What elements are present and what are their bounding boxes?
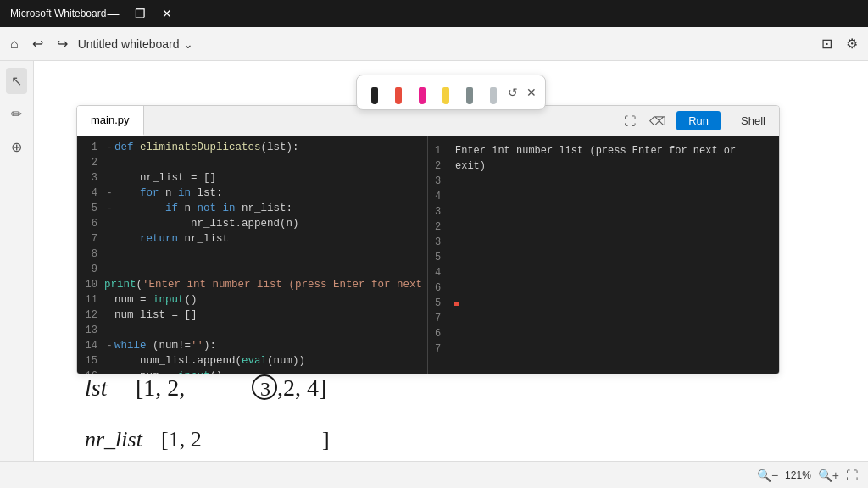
bottom-bar: 🔍− 121% 🔍+ ⛶: [0, 461, 868, 488]
toolbar-right: ⊡ ⚙: [818, 32, 861, 55]
shell-line-numbers: 1 2 3 4 3 2 3 5 4 6 5 7 6 7: [435, 140, 452, 370]
code-body: 1 - def eliminateDuplicates(lst): 2 3 nr…: [77, 136, 779, 374]
zoom-in-button[interactable]: 🔍+: [818, 469, 839, 482]
left-sidebar: ↖ ✏ ⊕: [0, 61, 34, 488]
pen-lightgray[interactable]: [484, 80, 503, 104]
fit-to-screen-button[interactable]: ⛶: [846, 469, 858, 482]
expand-button[interactable]: ⛶: [620, 113, 639, 130]
pen-red[interactable]: [389, 80, 408, 104]
shape-tool-button[interactable]: ⊕: [6, 134, 27, 160]
titlebar-title: Microsoft Whiteboard: [10, 8, 106, 19]
code-line-9: 9: [77, 262, 427, 277]
whiteboard-title-text: Untitled whiteboard: [78, 37, 180, 51]
code-line-11: 11 num = input(): [77, 292, 427, 308]
tab-shell-label: Shell: [741, 114, 765, 127]
titlebar-controls: — ❐ ✕: [106, 7, 174, 20]
shell-num-10: 6: [435, 280, 452, 296]
undo-button[interactable]: ↩: [29, 32, 47, 55]
shell-header-text: Enter int number list (press Enter for n…: [455, 143, 769, 174]
shell-num-2: 2: [435, 158, 452, 174]
code-widget: main.py ⛶ ⌫ Run Shell 1 - def eliminateD…: [76, 105, 780, 374]
tab-shell[interactable]: Shell: [727, 106, 779, 136]
shell-num-8: 5: [435, 250, 452, 265]
shell-num-9: 4: [435, 265, 452, 280]
shell-num-12: 7: [435, 311, 452, 326]
code-line-8: 8: [77, 247, 427, 262]
code-line-5: 5 - if n not in nr_list:: [77, 201, 427, 216]
select-tool-button[interactable]: ↖: [6, 68, 27, 94]
close-button[interactable]: ✕: [160, 7, 174, 20]
code-line-12: 12 num_list = []: [77, 308, 427, 323]
home-button[interactable]: ⌂: [7, 33, 22, 55]
svg-point-2: [253, 375, 276, 399]
shell-num-6: 2: [435, 219, 452, 235]
code-editor[interactable]: 1 - def eliminateDuplicates(lst): 2 3 nr…: [77, 136, 428, 374]
pen-tool-button[interactable]: ✏: [6, 101, 27, 127]
share-button[interactable]: ⊡: [818, 32, 836, 55]
shell-num-5: 3: [435, 204, 452, 219]
chevron-down-icon: ⌄: [183, 37, 193, 51]
svg-text:3: 3: [260, 378, 270, 400]
shell-num-14: 7: [435, 341, 452, 357]
code-line-16: 16 num = input(): [77, 369, 427, 374]
svg-text:lst: lst: [85, 374, 108, 401]
shell-dot: [454, 302, 459, 306]
pen-yellow[interactable]: [437, 80, 455, 104]
code-header: main.py ⛶ ⌫ Run Shell: [77, 106, 779, 136]
redo-button[interactable]: ↪: [53, 32, 71, 55]
code-line-13: 13: [77, 323, 427, 338]
code-header-icons: ⛶ ⌫ Run: [614, 111, 727, 130]
svg-text:[1, 2: [1, 2: [161, 427, 202, 452]
svg-text:nr_list: nr_list: [85, 427, 143, 452]
pen-toolbar: ↺ ✕: [356, 75, 546, 110]
code-line-4: 4 - for n in lst:: [77, 186, 427, 201]
tab-mainpy-label: main.py: [91, 114, 130, 126]
main-toolbar: ⌂ ↩ ↪ Untitled whiteboard ⌄ ⊡ ⚙: [0, 27, 868, 61]
code-line-6: 6 nr_list.append(n): [77, 216, 427, 231]
pen-refresh-button[interactable]: ↺: [508, 86, 518, 99]
svg-text:[1, 2,: [1, 2,: [136, 374, 185, 401]
shell-pane[interactable]: 1 2 3 4 3 2 3 5 4 6 5 7 6 7: [428, 136, 779, 374]
svg-text:,2, 4]: ,2, 4]: [277, 374, 326, 401]
settings-button[interactable]: ⚙: [843, 32, 861, 55]
whiteboard-title[interactable]: Untitled whiteboard ⌄: [78, 37, 193, 51]
run-button[interactable]: Run: [676, 111, 721, 130]
zoom-level: 121%: [785, 469, 811, 481]
svg-text:]: ]: [322, 427, 330, 452]
shell-num-13: 6: [435, 326, 452, 341]
pen-gray[interactable]: [460, 80, 479, 104]
minimize-button[interactable]: —: [106, 7, 120, 20]
restore-button[interactable]: ❐: [133, 7, 147, 20]
code-line-3: 3 nr_list = []: [77, 170, 427, 186]
shell-num-1: 1: [435, 143, 452, 158]
tab-mainpy[interactable]: main.py: [77, 106, 144, 136]
shell-num-7: 3: [435, 235, 452, 250]
code-line-7: 7 return nr_list: [77, 231, 427, 247]
eraser-button[interactable]: ⌫: [646, 113, 670, 130]
code-line-14: 14 - while (num!=''):: [77, 338, 427, 353]
shell-layout: 1 2 3 4 3 2 3 5 4 6 5 7 6 7: [435, 140, 772, 370]
shell-num-4: 4: [435, 189, 452, 204]
shell-content: Enter int number list (press Enter for n…: [452, 140, 772, 370]
zoom-out-button[interactable]: 🔍−: [757, 469, 778, 482]
titlebar: Microsoft Whiteboard — ❐ ✕: [0, 0, 868, 27]
code-line-1: 1 - def eliminateDuplicates(lst):: [77, 140, 427, 155]
code-line-2: 2: [77, 155, 427, 170]
code-line-10: 10 print('Enter int number list (press E…: [77, 277, 427, 292]
pen-pink[interactable]: [413, 80, 431, 104]
pen-close-button[interactable]: ✕: [526, 86, 537, 99]
shell-num-11: 5: [435, 296, 452, 311]
shell-num-3: 3: [435, 174, 452, 189]
pen-black[interactable]: [365, 80, 384, 104]
canvas-area: ↺ ✕ main.py ⛶ ⌫ Run Shell 1 -: [34, 61, 868, 461]
code-line-15: 15 num_list.append(eval(num)): [77, 353, 427, 369]
